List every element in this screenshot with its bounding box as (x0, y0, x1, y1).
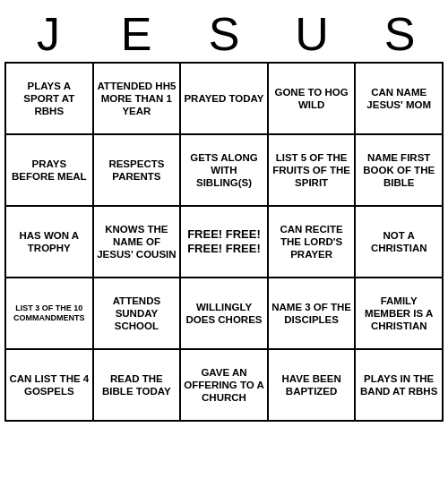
bingo-cell-19[interactable]: FAMILY MEMBER IS A CHRISTIAN (356, 278, 444, 350)
header-letter-u-3: U (268, 7, 356, 62)
header-letter-s-2: S (180, 7, 268, 62)
bingo-cell-7[interactable]: GETS ALONG WITH SIBLING(S) (181, 135, 269, 207)
bingo-cell-17[interactable]: WILLINGLY DOES CHORES (181, 278, 269, 350)
bingo-cell-9[interactable]: NAME FIRST BOOK OF THE BIBLE (356, 135, 444, 207)
header-letter-s-4: S (356, 7, 444, 62)
bingo-cell-3[interactable]: GONE TO HOG WILD (269, 64, 357, 135)
bingo-cell-24[interactable]: PLAYS IN THE BAND AT RBHS (356, 350, 444, 422)
bingo-cell-18[interactable]: NAME 3 OF THE DISCIPLES (269, 278, 357, 350)
bingo-cell-2[interactable]: PRAYED TODAY (181, 64, 269, 135)
bingo-cell-15[interactable]: LIST 3 OF THE 10 COMMANDMENTS (6, 278, 94, 350)
bingo-cell-20[interactable]: CAN LIST THE 4 GOSPELS (6, 350, 94, 422)
bingo-card: JESUS PLAYS A SPORT AT RBHSATTENDED HH5 … (4, 7, 444, 422)
bingo-cell-14[interactable]: NOT A CHRISTIAN (356, 207, 444, 278)
header-letter-j-0: J (4, 7, 92, 62)
bingo-cell-4[interactable]: CAN NAME JESUS' MOM (356, 64, 444, 135)
bingo-cell-1[interactable]: ATTENDED HH5 MORE THAN 1 YEAR (94, 64, 182, 135)
bingo-cell-0[interactable]: PLAYS A SPORT AT RBHS (6, 64, 94, 135)
bingo-cell-21[interactable]: READ THE BIBLE TODAY (94, 350, 182, 422)
bingo-cell-8[interactable]: LIST 5 OF THE FRUITS OF THE SPIRIT (269, 135, 357, 207)
bingo-cell-10[interactable]: HAS WON A TROPHY (6, 207, 94, 278)
bingo-cell-16[interactable]: ATTENDS SUNDAY SCHOOL (94, 278, 182, 350)
bingo-cell-12[interactable]: FREE! FREE! FREE! FREE! (181, 207, 269, 278)
bingo-cell-6[interactable]: RESPECTS PARENTS (94, 135, 182, 207)
bingo-cell-23[interactable]: HAVE BEEN BAPTIZED (269, 350, 357, 422)
bingo-grid: PLAYS A SPORT AT RBHSATTENDED HH5 MORE T… (4, 62, 444, 422)
bingo-cell-22[interactable]: GAVE AN OFFERING TO A CHURCH (181, 350, 269, 422)
bingo-header: JESUS (4, 7, 444, 62)
header-letter-e-1: E (92, 7, 180, 62)
bingo-cell-5[interactable]: PRAYS BEFORE MEAL (6, 135, 94, 207)
bingo-cell-13[interactable]: CAN RECITE THE LORD'S PRAYER (269, 207, 357, 278)
bingo-cell-11[interactable]: KNOWS THE NAME OF JESUS' COUSIN (94, 207, 182, 278)
